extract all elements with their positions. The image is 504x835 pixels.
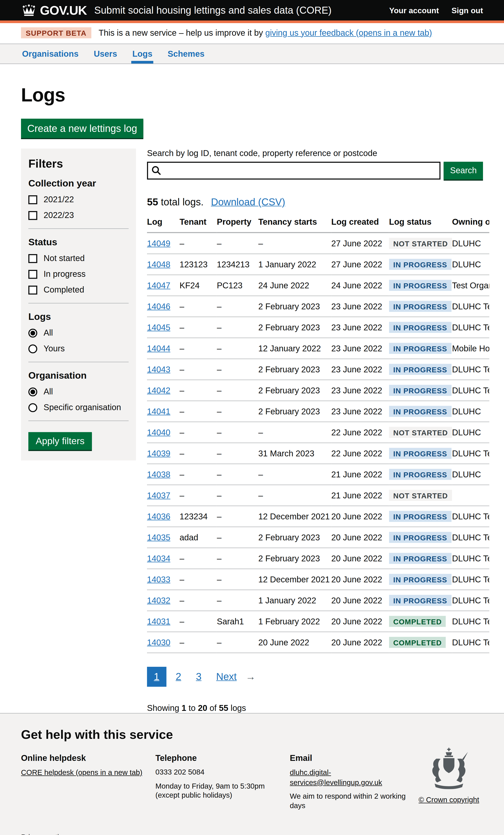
logs-table-body: 14049 – – – 27 June 2022 NOT STARTED DLU… bbox=[147, 233, 489, 653]
core-helpdesk-link[interactable]: CORE helpdesk (opens in a new tab) bbox=[21, 768, 142, 777]
table-header-row: Log Tenant Property Tenancy starts Log c… bbox=[147, 217, 489, 233]
log-id-link[interactable]: 14046 bbox=[147, 302, 170, 311]
govuk-logo[interactable]: GOV.UK bbox=[21, 3, 87, 18]
tenancy-starts-cell: 1 February 2022 bbox=[258, 611, 331, 632]
sign-out-link[interactable]: Sign out bbox=[451, 6, 483, 15]
checkbox-completed[interactable]: Completed bbox=[28, 285, 129, 294]
radio-organisation-specific[interactable]: Specific organisation bbox=[28, 403, 129, 412]
nav-item-schemes[interactable]: Schemes bbox=[166, 44, 206, 64]
checkbox-not-started[interactable]: Not started bbox=[28, 254, 129, 263]
table-row: 14034 – – 2 February 2023 20 June 2022 I… bbox=[147, 548, 489, 569]
owning-organisation-cell: DLUHC Test bbox=[452, 590, 489, 611]
log-id-link[interactable]: 14048 bbox=[147, 260, 170, 269]
pagination-page-2[interactable]: 2 bbox=[170, 667, 186, 687]
footer-helpdesk-column: Online helpdesk CORE helpdesk (opens in … bbox=[21, 754, 155, 810]
property-cell: – bbox=[217, 443, 259, 464]
filter-group-collection-year: Collection year 2021/22 2022/23 bbox=[28, 178, 129, 220]
search-input[interactable] bbox=[147, 162, 441, 180]
tenancy-starts-cell: – bbox=[258, 422, 331, 443]
log-id-link[interactable]: 14038 bbox=[147, 470, 170, 478]
log-created-cell: 20 June 2022 bbox=[331, 506, 389, 527]
status-badge: IN PROGRESS bbox=[389, 385, 451, 396]
telephone-hours: Monday to Friday, 9am to 5:30pm bbox=[155, 781, 290, 791]
log-id-link[interactable]: 14041 bbox=[147, 407, 170, 415]
log-id-link[interactable]: 14030 bbox=[147, 637, 170, 647]
log-id-link[interactable]: 14034 bbox=[147, 554, 170, 563]
checkbox-2022-23[interactable]: 2022/23 bbox=[28, 211, 129, 220]
owning-organisation-cell: DLUHC bbox=[452, 401, 489, 422]
footer-heading: Get help with this service bbox=[21, 727, 483, 742]
nav-item-logs[interactable]: Logs bbox=[131, 44, 154, 64]
checkbox-2021-22[interactable]: 2021/22 bbox=[28, 195, 129, 204]
owning-organisation-cell: DLUHC bbox=[452, 254, 489, 275]
radio-organisation-all-label: All bbox=[44, 387, 53, 396]
log-id-link[interactable]: 14039 bbox=[147, 449, 170, 457]
crown-copyright-link[interactable]: © Crown copyright bbox=[419, 795, 479, 804]
property-cell: – bbox=[217, 422, 259, 443]
email-link[interactable]: dluhc.digital-services@levellingup.gov.u… bbox=[290, 768, 382, 786]
log-id-link[interactable]: 14043 bbox=[147, 365, 170, 373]
owning-organisation-cell: DLUHC bbox=[452, 464, 489, 485]
log-id-link[interactable]: 14031 bbox=[147, 616, 170, 626]
log-id-link[interactable]: 14035 bbox=[147, 533, 170, 542]
service-name[interactable]: Submit social housing lettings and sales… bbox=[94, 4, 331, 16]
log-id-link[interactable]: 14044 bbox=[147, 344, 170, 353]
log-id-link[interactable]: 14049 bbox=[147, 239, 170, 248]
nav-item-users[interactable]: Users bbox=[93, 44, 118, 64]
log-created-cell: 20 June 2022 bbox=[331, 590, 389, 611]
telephone-hours-2: (except public holidays) bbox=[155, 791, 290, 800]
tenancy-starts-cell: 1 January 2022 bbox=[258, 590, 331, 611]
log-id-link[interactable]: 14036 bbox=[147, 512, 170, 521]
tenancy-starts-cell: – bbox=[258, 233, 331, 254]
tenant-cell: – bbox=[180, 233, 217, 254]
table-row: 14048 123123 1234213 1 January 2022 27 J… bbox=[147, 254, 489, 275]
log-id-link[interactable]: 14047 bbox=[147, 281, 170, 290]
radio-logs-all[interactable]: All bbox=[28, 328, 129, 338]
table-row: 14036 123234 – 12 December 2021 20 June … bbox=[147, 506, 489, 527]
radio-logs-yours[interactable]: Yours bbox=[28, 344, 129, 353]
property-cell: – bbox=[217, 233, 259, 254]
log-id-link[interactable]: 14042 bbox=[147, 386, 170, 394]
col-header-property: Property bbox=[217, 217, 259, 233]
search-button[interactable]: Search bbox=[444, 162, 483, 180]
property-cell: – bbox=[217, 359, 259, 380]
tenant-cell: – bbox=[180, 611, 217, 632]
nav-item-organisations[interactable]: Organisations bbox=[21, 44, 80, 64]
apply-filters-button[interactable]: Apply filters bbox=[28, 432, 92, 450]
checkbox-in-progress[interactable]: In progress bbox=[28, 269, 129, 279]
tenancy-starts-cell: 1 January 2022 bbox=[258, 254, 331, 275]
checkbox-not-started-label: Not started bbox=[44, 254, 85, 263]
your-account-link[interactable]: Your account bbox=[389, 6, 439, 15]
pagination-page-1[interactable]: 1 bbox=[147, 667, 166, 687]
create-lettings-log-button[interactable]: Create a new lettings log bbox=[21, 119, 143, 138]
radio-organisation-specific-label: Specific organisation bbox=[44, 403, 121, 412]
log-id-link[interactable]: 14037 bbox=[147, 491, 170, 500]
download-csv-link[interactable]: Download (CSV) bbox=[211, 196, 285, 208]
status-badge: NOT STARTED bbox=[389, 238, 452, 249]
log-created-cell: 23 June 2022 bbox=[331, 359, 389, 380]
log-created-cell: 24 June 2022 bbox=[331, 275, 389, 296]
privacy-notice-link[interactable]: Privacy notice bbox=[21, 833, 67, 835]
filters-panel: Filters Collection year 2021/22 2022/23 … bbox=[21, 149, 136, 461]
log-id-link[interactable]: 14045 bbox=[147, 323, 170, 332]
pagination-page-3[interactable]: 3 bbox=[191, 667, 207, 687]
log-id-link[interactable]: 14033 bbox=[147, 575, 170, 584]
status-badge: IN PROGRESS bbox=[389, 448, 451, 459]
owning-organisation-cell: DLUHC Test bbox=[452, 506, 489, 527]
filter-divider bbox=[28, 421, 129, 421]
tenancy-starts-cell: 2 February 2023 bbox=[258, 317, 331, 338]
table-row: 14047 KF24 PC123 24 June 2022 24 June 20… bbox=[147, 275, 489, 296]
tenant-cell: – bbox=[180, 422, 217, 443]
radio-organisation-all[interactable]: All bbox=[28, 387, 129, 396]
showing-from: 1 bbox=[182, 704, 186, 713]
showing-to: 20 bbox=[198, 704, 207, 713]
log-id-link[interactable]: 14040 bbox=[147, 428, 170, 436]
pagination-next-link[interactable]: Next bbox=[216, 671, 237, 683]
log-id-link[interactable]: 14032 bbox=[147, 596, 170, 605]
checkbox-2022-23-label: 2022/23 bbox=[44, 211, 74, 220]
email-note: We aim to respond within 2 working days bbox=[290, 792, 421, 810]
tenant-cell: adad bbox=[180, 527, 217, 548]
log-created-cell: 21 June 2022 bbox=[331, 485, 389, 506]
showing-prefix: Showing bbox=[147, 704, 182, 713]
feedback-link[interactable]: giving us your feedback (opens in a new … bbox=[265, 28, 432, 37]
